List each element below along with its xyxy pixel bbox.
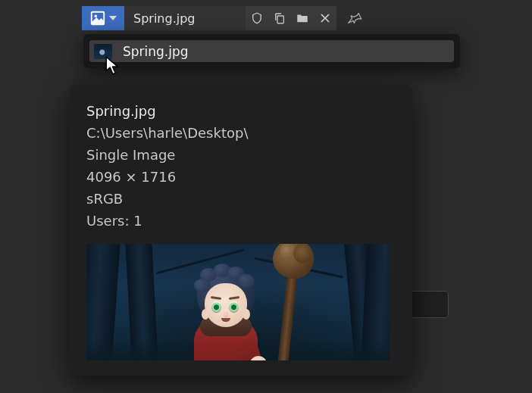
folder-icon bbox=[296, 11, 309, 25]
duplicate-icon bbox=[273, 11, 286, 25]
pin-icon bbox=[348, 11, 363, 26]
tooltip-preview-image bbox=[86, 244, 390, 360]
unlink-button[interactable] bbox=[314, 6, 336, 30]
tooltip-colorspace: sRGB bbox=[86, 188, 396, 210]
image-type-selector[interactable] bbox=[82, 6, 124, 30]
datablock-header: Spring.jpg bbox=[82, 6, 367, 30]
tooltip-type: Single Image bbox=[86, 144, 396, 166]
open-file-button[interactable] bbox=[291, 6, 314, 30]
image-dropdown-list: Spring.jpg bbox=[83, 34, 460, 68]
dropdown-item-label: Spring.jpg bbox=[123, 44, 189, 59]
tooltip-users: Users: 1 bbox=[86, 210, 396, 232]
pin-button[interactable] bbox=[344, 6, 367, 30]
fake-user-button[interactable] bbox=[246, 6, 268, 30]
image-name-field[interactable]: Spring.jpg bbox=[124, 6, 246, 30]
dropdown-item[interactable]: Spring.jpg bbox=[89, 40, 454, 62]
tooltip-path: C:\Users\harle\Desktop\ bbox=[86, 122, 396, 144]
chevron-down-icon bbox=[109, 16, 117, 20]
duplicate-button[interactable] bbox=[268, 6, 291, 30]
dropdown-thumbnail bbox=[94, 44, 112, 59]
image-info-tooltip: Spring.jpg C:\Users\harle\Desktop\ Singl… bbox=[70, 85, 412, 376]
image-name-label: Spring.jpg bbox=[133, 11, 195, 26]
image-icon bbox=[89, 10, 106, 27]
close-icon bbox=[319, 12, 331, 24]
tooltip-filename: Spring.jpg bbox=[86, 100, 396, 122]
svg-rect-2 bbox=[277, 16, 283, 23]
shield-icon bbox=[250, 11, 264, 25]
svg-point-1 bbox=[94, 14, 97, 17]
tooltip-dimensions: 4096 × 1716 bbox=[86, 166, 396, 188]
